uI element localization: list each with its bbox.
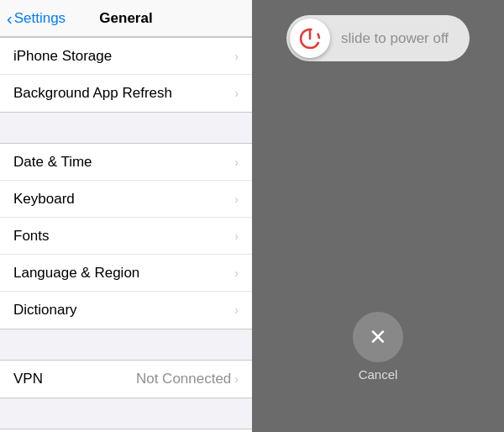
section-separator: [0, 113, 252, 143]
item-value: Not Connected: [136, 371, 231, 387]
list-item[interactable]: iPhone Storage ›: [0, 38, 252, 75]
back-chevron-icon: ‹: [7, 10, 13, 27]
list-item[interactable]: Keyboard ›: [0, 181, 252, 218]
item-label: Language & Region: [13, 265, 139, 282]
chevron-right-icon: ›: [234, 192, 239, 206]
cancel-button[interactable]: ✕: [353, 312, 403, 362]
slider-text: slide to power off: [330, 30, 459, 47]
back-button[interactable]: ‹ Settings: [7, 10, 66, 27]
chevron-right-icon: ›: [234, 155, 239, 169]
power-icon: [298, 27, 322, 50]
item-right: ›: [234, 266, 239, 280]
power-slider[interactable]: slide to power off: [286, 15, 470, 61]
list-item[interactable]: Language & Region ›: [0, 255, 252, 292]
section-separator: [0, 329, 252, 360]
nav-header: ‹ Settings General: [0, 0, 252, 37]
list-item[interactable]: Fonts ›: [0, 218, 252, 255]
item-right: ›: [234, 229, 239, 243]
cancel-label: Cancel: [359, 367, 398, 382]
item-right: ›: [234, 50, 239, 63]
item-label: Fonts: [13, 228, 50, 245]
chevron-right-icon: ›: [234, 229, 239, 243]
item-right: ›: [234, 303, 239, 317]
item-label: Date & Time: [13, 154, 92, 171]
chevron-right-icon: ›: [234, 266, 239, 280]
list-group-4: Legal & Regulatory ›: [0, 429, 252, 432]
chevron-right-icon: ›: [234, 87, 239, 100]
item-label: Keyboard: [13, 191, 75, 208]
chevron-right-icon: ›: [234, 303, 239, 317]
item-label: iPhone Storage: [13, 48, 112, 65]
list-group-2: Date & Time › Keyboard › Fonts › Languag…: [0, 143, 252, 329]
item-right: ›: [234, 192, 239, 206]
section-separator: [0, 398, 252, 429]
power-handle: [290, 18, 330, 58]
list-item[interactable]: VPN Not Connected ›: [0, 361, 252, 398]
list-group-3: VPN Not Connected ›: [0, 360, 252, 398]
item-label: VPN: [13, 371, 43, 387]
item-label: Dictionary: [13, 302, 77, 319]
item-right: ›: [234, 87, 239, 100]
settings-list: iPhone Storage › Background App Refresh …: [0, 37, 252, 432]
cancel-icon: ✕: [369, 326, 387, 348]
chevron-right-icon: ›: [234, 372, 239, 386]
item-right: Not Connected ›: [136, 371, 239, 387]
item-right: ›: [234, 155, 239, 169]
list-item[interactable]: Date & Time ›: [0, 144, 252, 181]
list-item[interactable]: Background App Refresh ›: [0, 75, 252, 112]
list-item[interactable]: Dictionary ›: [0, 292, 252, 329]
settings-panel: ‹ Settings General iPhone Storage › Back…: [0, 0, 252, 432]
back-label: Settings: [14, 10, 66, 27]
cancel-container: ✕ Cancel: [353, 312, 403, 382]
chevron-right-icon: ›: [234, 50, 239, 63]
item-label: Background App Refresh: [13, 85, 172, 102]
list-group-1: iPhone Storage › Background App Refresh …: [0, 37, 252, 113]
power-off-panel: slide to power off ✕ Cancel: [252, 0, 504, 432]
page-title: General: [99, 10, 152, 27]
